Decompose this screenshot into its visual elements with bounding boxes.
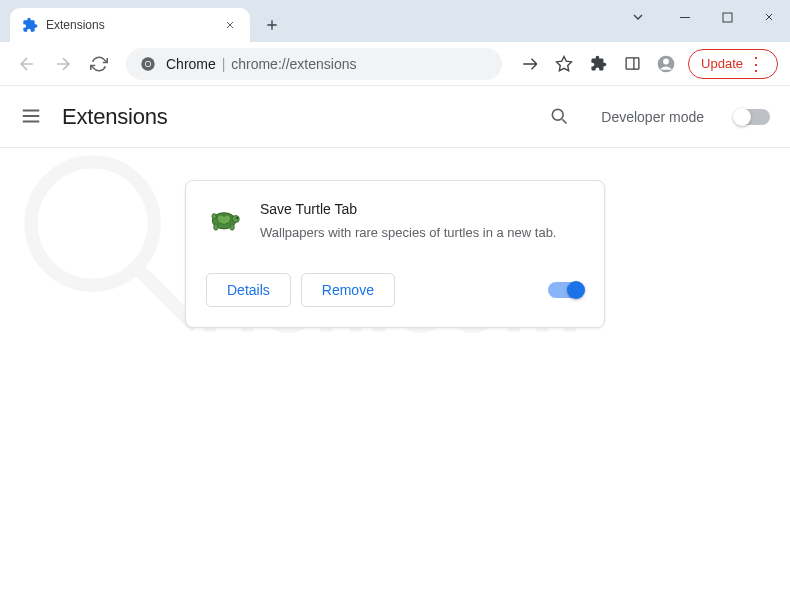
- window-titlebar: Extensions: [0, 0, 790, 42]
- browser-tab[interactable]: Extensions: [10, 8, 250, 42]
- extension-info: Save Turtle Tab Wallpapers with rare spe…: [260, 201, 584, 243]
- extensions-header: Extensions Developer mode: [0, 86, 790, 148]
- extension-description: Wallpapers with rare species of turtles …: [260, 223, 584, 243]
- side-panel-icon[interactable]: [616, 48, 648, 80]
- toggle-knob: [733, 108, 751, 126]
- extension-enable-toggle[interactable]: [548, 282, 584, 298]
- forward-button[interactable]: [48, 49, 78, 79]
- svg-point-12: [236, 217, 238, 219]
- reload-button[interactable]: [84, 49, 114, 79]
- details-button[interactable]: Details: [206, 273, 291, 307]
- toolbar-right: Update ⋮: [514, 48, 778, 80]
- svg-point-15: [212, 214, 217, 219]
- omnibox-text: Chrome | chrome://extensions: [166, 56, 357, 72]
- toggle-knob: [567, 281, 585, 299]
- close-window-button[interactable]: [748, 0, 790, 34]
- tab-title: Extensions: [46, 18, 214, 32]
- chrome-logo-icon: [140, 56, 156, 72]
- browser-toolbar: Chrome | chrome://extensions Update ⋮: [0, 42, 790, 86]
- new-tab-button[interactable]: [258, 11, 286, 39]
- extension-name: Save Turtle Tab: [260, 201, 584, 217]
- svg-rect-1: [723, 13, 732, 22]
- address-bar[interactable]: Chrome | chrome://extensions: [126, 48, 502, 80]
- extension-card: Save Turtle Tab Wallpapers with rare spe…: [185, 180, 605, 328]
- card-actions: Details Remove: [186, 259, 604, 327]
- back-button[interactable]: [12, 49, 42, 79]
- svg-rect-5: [626, 58, 639, 69]
- share-icon[interactable]: [514, 48, 546, 80]
- profile-icon[interactable]: [650, 48, 682, 80]
- puzzle-piece-icon: [22, 17, 38, 33]
- update-button[interactable]: Update ⋮: [688, 49, 778, 79]
- svg-point-11: [232, 215, 239, 222]
- remove-button[interactable]: Remove: [301, 273, 395, 307]
- extensions-content: Save Turtle Tab Wallpapers with rare spe…: [0, 148, 790, 360]
- turtle-icon: [206, 201, 242, 237]
- search-icon[interactable]: [549, 106, 571, 128]
- window-controls: [622, 0, 790, 34]
- developer-mode-toggle[interactable]: [734, 109, 770, 125]
- svg-point-8: [663, 58, 669, 64]
- developer-mode-label: Developer mode: [601, 109, 704, 125]
- close-icon[interactable]: [222, 17, 238, 33]
- chevron-down-icon[interactable]: [622, 1, 654, 33]
- menu-icon[interactable]: [20, 105, 44, 129]
- page-title: Extensions: [62, 104, 168, 130]
- menu-dots-icon: ⋮: [747, 55, 765, 73]
- maximize-button[interactable]: [706, 0, 748, 34]
- svg-point-14: [230, 224, 235, 230]
- card-body: Save Turtle Tab Wallpapers with rare spe…: [186, 181, 604, 259]
- minimize-button[interactable]: [664, 0, 706, 34]
- svg-point-13: [214, 224, 219, 230]
- svg-point-4: [146, 61, 151, 66]
- extensions-icon[interactable]: [582, 48, 614, 80]
- svg-point-9: [553, 109, 564, 120]
- star-icon[interactable]: [548, 48, 580, 80]
- svg-rect-0: [680, 17, 690, 18]
